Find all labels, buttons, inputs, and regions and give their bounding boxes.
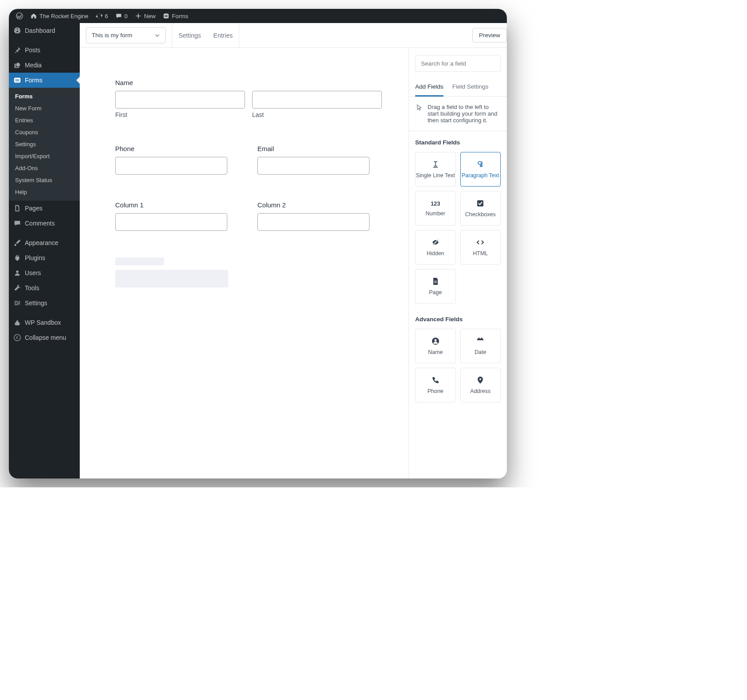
field-phone[interactable]: Phone: [115, 145, 240, 175]
wordpress-icon: [16, 12, 23, 19]
field-card-checkboxes[interactable]: Checkboxes: [460, 191, 501, 226]
sidebar-item-label: Appearance: [25, 239, 58, 246]
adminbar-site[interactable]: The Rocket Engine: [27, 9, 92, 23]
sidebar-item-plugins[interactable]: Plugins: [9, 250, 80, 265]
sidebar-item-label: Plugins: [25, 254, 45, 261]
field-label: Column 2: [257, 201, 382, 209]
sidebar-item-users[interactable]: Users: [9, 265, 80, 280]
field-label: Phone: [115, 145, 240, 152]
placeholder-input: [115, 270, 228, 288]
sidebar-item-appearance[interactable]: Appearance: [9, 235, 80, 250]
forms-icon: [13, 76, 21, 84]
submenu-item-addons[interactable]: Add-Ons: [9, 162, 80, 174]
sidebar-collapse[interactable]: Collapse menu: [9, 330, 80, 345]
field-card-label: Name: [428, 349, 443, 355]
field-label: Column 1: [115, 201, 240, 209]
field-card-name[interactable]: Name: [415, 329, 456, 363]
sidebar-item-tools[interactable]: Tools: [9, 280, 80, 296]
field-placeholder[interactable]: [115, 257, 382, 288]
email-input[interactable]: [257, 157, 370, 175]
adminbar-new[interactable]: New: [131, 9, 159, 23]
submenu-item-settings[interactable]: Settings: [9, 138, 80, 150]
sidebar-item-forms[interactable]: Forms: [9, 73, 80, 88]
user-circle-icon: [431, 337, 440, 346]
field-card-hidden[interactable]: Hidden: [415, 230, 456, 264]
plug-icon: [13, 254, 21, 262]
phone-input[interactable]: [115, 157, 227, 175]
field-card-paragraph-text[interactable]: Paragraph Text: [460, 152, 501, 187]
wp-admin-bar: The Rocket Engine 6 0 New Forms: [9, 9, 507, 23]
field-card-number[interactable]: 123 Number: [415, 191, 456, 226]
submenu-item-system-status[interactable]: System Status: [9, 174, 80, 186]
field-name[interactable]: Name First Last: [115, 79, 382, 118]
field-card-label: Phone: [428, 388, 444, 394]
hint-text: Drag a field to the left to start buildi…: [428, 104, 501, 124]
sidebar-item-dashboard[interactable]: Dashboard: [9, 23, 80, 38]
sidebar-item-settings[interactable]: Settings: [9, 296, 80, 311]
text-icon: [431, 160, 440, 169]
adminbar-updates[interactable]: 6: [92, 9, 112, 23]
svg-rect-21: [481, 338, 482, 339]
column-2-input[interactable]: [257, 213, 370, 231]
field-card-html[interactable]: HTML: [460, 230, 501, 264]
submenu-item-forms[interactable]: Forms: [9, 90, 80, 102]
sidebar-item-wp-sandbox[interactable]: WP Sandbox: [9, 315, 80, 330]
form-selector-label: This is my form: [92, 32, 132, 39]
field-card-label: Single Line Text: [416, 172, 455, 179]
form-selector[interactable]: This is my form: [86, 27, 166, 43]
submenu-item-entries[interactable]: Entries: [9, 114, 80, 126]
field-search: [409, 48, 507, 79]
form-canvas: Name First Last Phone: [80, 48, 409, 478]
paragraph-icon: [476, 160, 485, 169]
last-name-input[interactable]: [252, 91, 382, 109]
topbar-link-settings[interactable]: Settings: [172, 23, 207, 48]
code-icon: [476, 238, 485, 247]
submenu-item-import-export[interactable]: Import/Export: [9, 150, 80, 162]
field-column-2[interactable]: Column 2: [257, 201, 382, 231]
sub-label: First: [115, 111, 245, 118]
comment-icon: [13, 219, 21, 227]
cursor-icon: [415, 104, 423, 112]
comment-icon: [115, 12, 122, 19]
number-icon: 123: [431, 200, 440, 207]
adminbar-context[interactable]: Forms: [159, 9, 192, 23]
section-advanced-fields: Advanced Fields: [409, 308, 507, 329]
section-standard-fields: Standard Fields: [409, 131, 507, 152]
tab-add-fields[interactable]: Add Fields: [415, 79, 444, 97]
field-card-phone[interactable]: Phone: [415, 368, 456, 402]
first-name-input[interactable]: [115, 91, 245, 109]
submenu-item-new-form[interactable]: New Form: [9, 102, 80, 114]
wrench-icon: [13, 284, 21, 292]
field-card-single-line-text[interactable]: Single Line Text: [415, 152, 456, 187]
sidebar-item-pages[interactable]: Pages: [9, 201, 80, 216]
adminbar-wordpress[interactable]: [12, 9, 27, 23]
sidebar-item-label: Users: [25, 269, 41, 276]
sidebar-item-posts[interactable]: Posts: [9, 43, 80, 58]
context-label: Forms: [172, 13, 188, 19]
placeholder-label: [115, 257, 164, 265]
svg-rect-3: [165, 16, 167, 17]
sidebar-item-comments[interactable]: Comments: [9, 216, 80, 231]
column-1-input[interactable]: [115, 213, 227, 231]
checkbox-icon: [476, 199, 485, 208]
topbar-link-entries[interactable]: Entries: [207, 23, 239, 48]
preview-button[interactable]: Preview: [472, 28, 507, 43]
submenu-item-coupons[interactable]: Coupons: [9, 126, 80, 138]
svg-point-7: [16, 271, 18, 273]
submenu-item-help[interactable]: Help: [9, 186, 80, 198]
svg-point-22: [479, 378, 481, 380]
comments-count: 0: [124, 13, 128, 19]
field-card-page[interactable]: Page: [415, 269, 456, 303]
adminbar-comments[interactable]: 0: [112, 9, 131, 23]
search-input[interactable]: [415, 55, 501, 72]
sidebar-item-media[interactable]: Media: [9, 58, 80, 73]
field-column-1[interactable]: Column 1: [115, 201, 240, 231]
sidebar-item-label: Tools: [25, 284, 39, 292]
media-icon: [13, 61, 21, 69]
field-card-address[interactable]: Address: [460, 368, 501, 402]
sub-label: Last: [252, 111, 382, 118]
field-email[interactable]: Email: [257, 145, 382, 175]
field-card-date[interactable]: Date: [460, 329, 501, 363]
tab-field-settings[interactable]: Field Settings: [452, 79, 489, 96]
plus-icon: [135, 12, 142, 19]
